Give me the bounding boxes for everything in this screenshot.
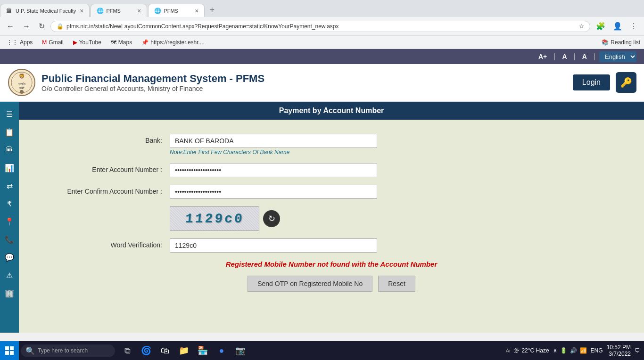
sidebar-icon-transfer[interactable]: ⇄ (1, 177, 18, 194)
tab-favicon-3: 🌐 (154, 8, 161, 14)
taskbar-camera[interactable]: 📷 (232, 342, 249, 359)
date-display: 3/7/2022 (607, 351, 631, 357)
bookmark-label: https://register.eshr.... (150, 39, 205, 46)
lock-icon: 🔒 (57, 23, 64, 30)
extensions-button[interactable]: 🧩 (593, 20, 608, 33)
taskbar-search[interactable]: 🔍 Type here to search (21, 344, 115, 357)
sidebar-icon-chart[interactable]: 📊 (1, 159, 18, 176)
nav-icons: 🧩 👤 ⋮ (593, 20, 640, 33)
bookmarks-bar: ⋮⋮ Apps M Gmail ▶ YouTube 🗺 Maps 📌 https… (0, 36, 644, 49)
bank-input[interactable] (170, 134, 377, 148)
svg-rect-9 (10, 351, 14, 355)
profile-button[interactable]: 👤 (610, 20, 625, 33)
taskbar-task-view[interactable]: ⧉ (119, 342, 136, 359)
tab-favicon-1: 🏛 (6, 8, 13, 14)
bank-row: Bank: Note:Enter First Few Characters Of… (47, 134, 616, 155)
tab-title-2: PFMS (106, 8, 133, 14)
account-input[interactable] (170, 163, 377, 177)
taskbar-time: 10:52 PM 3/7/2022 (607, 344, 631, 357)
taskbar-file-explorer[interactable]: 📁 (175, 342, 192, 359)
start-button[interactable] (0, 341, 19, 360)
bookmark-eshr[interactable]: 📌 https://register.eshr.... (139, 38, 207, 47)
search-icon: 🔍 (25, 346, 35, 355)
separator-1: | (553, 52, 555, 61)
login-icon[interactable]: 🔑 (616, 72, 636, 93)
tab-1[interactable]: 🏛 U.P. State Medical Faculty × (0, 4, 90, 17)
sidebar-icon-menu[interactable]: ☰ (1, 106, 18, 123)
main-content: Payment by Account Number Bank: Note:Ent… (19, 102, 644, 333)
sidebar-icon-documents[interactable]: 📋 (1, 123, 18, 140)
menu-button[interactable]: ⋮ (627, 20, 640, 33)
account-field (170, 163, 616, 177)
tab-close-1[interactable]: × (80, 8, 83, 14)
taskbar-store[interactable]: 🛍 (157, 342, 173, 359)
sidebar-icon-alert[interactable]: ⚠ (1, 267, 18, 284)
tab-close-2[interactable]: × (137, 8, 141, 14)
sidebar-icon-chat[interactable]: 💬 (1, 249, 18, 266)
sidebar-icon-location[interactable]: 📍 (1, 213, 18, 230)
login-button[interactable]: Login (573, 74, 610, 90)
tab-close-3[interactable]: × (195, 8, 198, 14)
sidebar-icon-building[interactable]: 🏢 (1, 285, 18, 302)
header-left: 🦁 सत्यमेव जयते Public Financial Manageme… (8, 68, 264, 97)
word-verification-input[interactable] (170, 238, 377, 253)
sidebar-icon-finance[interactable]: ₹ (1, 195, 18, 212)
captcha-refresh-button[interactable]: ↻ (263, 210, 280, 227)
taskbar-chrome[interactable]: ● (213, 342, 230, 359)
back-button[interactable]: ← (4, 20, 17, 33)
font-large-button[interactable]: A+ (536, 52, 550, 61)
national-emblem: 🦁 सत्यमेव जयते (8, 68, 36, 97)
confirm-account-label: Enter Confirm Account Number : (47, 185, 170, 195)
nav-bar: ← → ↻ 🔒 pfms.nic.in/static/NewLayoutComm… (0, 17, 644, 36)
reset-button[interactable]: Reset (378, 276, 415, 292)
new-tab-button[interactable]: + (206, 3, 218, 17)
taskbar-microsoft-store[interactable]: 🏪 (194, 342, 211, 359)
reload-button[interactable]: ↻ (36, 20, 48, 33)
separator-2: | (574, 52, 576, 61)
forward-button[interactable]: → (20, 20, 33, 33)
bookmark-apps[interactable]: ⋮⋮ Apps (4, 38, 35, 47)
svg-text:जयते: जयते (19, 86, 25, 90)
user-key-icon: 🔑 (620, 77, 632, 88)
taskbar-sys-icons: ∧ 🔋 🔊 📶 (553, 347, 587, 354)
confirm-account-input[interactable] (170, 185, 377, 199)
bookmark-label: Apps (20, 39, 33, 46)
font-medium-button[interactable]: A (559, 52, 570, 61)
word-verification-label: Word Verification: (47, 238, 170, 249)
search-text: Type here to search (38, 347, 88, 354)
notification-icon[interactable]: 🗨 (635, 347, 640, 354)
header-right: Login 🔑 (573, 72, 636, 93)
taskbar-lang: ENG (591, 347, 603, 354)
tab-2[interactable]: 🌐 PFMS × (91, 4, 147, 17)
account-row: Enter Account Number : (47, 163, 616, 177)
tab-title-1: U.P. State Medical Faculty (16, 8, 76, 14)
sidebar-icon-institution[interactable]: 🏛 (1, 141, 18, 158)
volume-icon[interactable]: 🔊 (570, 347, 577, 354)
reading-list-icon: 📚 (602, 39, 609, 46)
star-icon[interactable]: ☆ (579, 23, 584, 30)
site-title-main: Public Financial Management System - PFM… (41, 73, 264, 85)
wifi-icon[interactable]: 📶 (580, 347, 587, 354)
tab-3[interactable]: 🌐 PFMS × (148, 4, 205, 17)
bookmark-gmail[interactable]: M Gmail (39, 38, 66, 47)
address-bar[interactable]: 🔒 pfms.nic.in/static/NewLayoutCommonCont… (50, 21, 590, 32)
arrow-up-icon[interactable]: ∧ (553, 347, 557, 354)
confirm-account-field (170, 185, 616, 199)
tab-title-3: PFMS (164, 8, 191, 14)
captcha-box: 1129c0 (170, 206, 259, 231)
bookmark-maps[interactable]: 🗺 Maps (108, 38, 135, 47)
form-area: Bank: Note:Enter First Few Characters Of… (19, 120, 644, 306)
accessibility-bar: A+ | A | A | English हिंदी (0, 49, 644, 64)
language-select[interactable]: English हिंदी (599, 51, 636, 62)
bookmark-label: YouTube (79, 39, 101, 46)
svg-rect-6 (5, 346, 9, 350)
weather-text: 22°C Haze (521, 347, 549, 354)
send-otp-button[interactable]: Send OTP on Registered Mobile No (248, 276, 372, 292)
sidebar-icon-phone[interactable]: 📞 (1, 231, 18, 248)
bookmark-label: Maps (118, 39, 132, 46)
svg-rect-8 (5, 351, 9, 355)
bookmark-youtube[interactable]: ▶ YouTube (70, 38, 104, 47)
reading-list[interactable]: 📚 Reading list (602, 39, 640, 46)
font-small-button[interactable]: A (579, 52, 590, 61)
taskbar-edge[interactable]: 🌀 (138, 342, 155, 359)
